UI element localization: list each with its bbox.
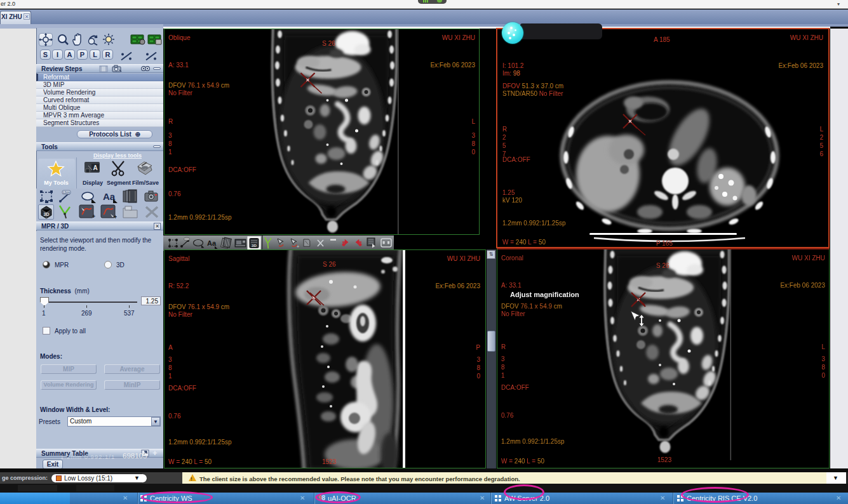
svg-text:A: A [93,164,97,171]
svg-text:+: + [114,214,117,220]
svg-text:+: + [92,213,95,220]
svg-text:3D: 3D [252,243,257,248]
svg-text:L2cm: L2cm [63,191,70,194]
svg-text:Aa: Aa [207,239,217,247]
svg-text:+: + [297,244,299,249]
svg-text:3D: 3D [44,212,50,216]
